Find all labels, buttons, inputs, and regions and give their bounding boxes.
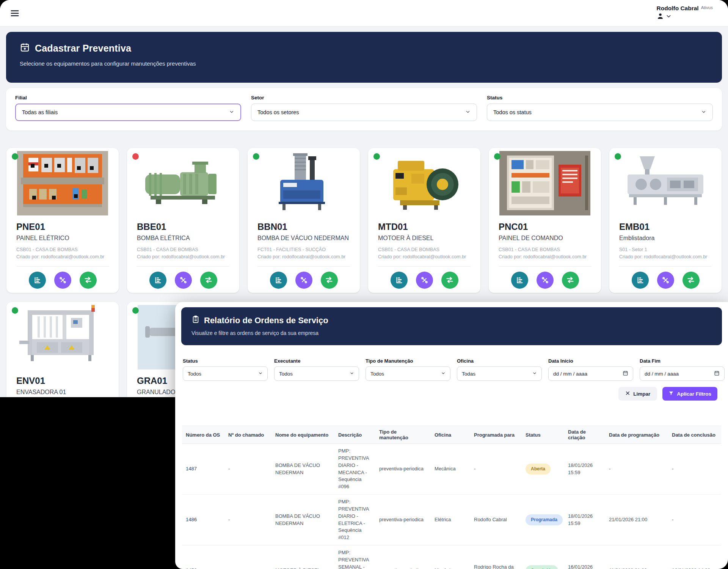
calendar-icon	[623, 370, 628, 377]
equipment-name: BOMBA ELÉTRICA	[137, 235, 229, 242]
table-row: 1487 - BOMBA DE VÁCUO NEDERMAN PMP: PREV…	[182, 444, 721, 495]
status-badge: Aberta	[526, 464, 551, 475]
calendar-plus-icon	[20, 42, 30, 55]
maintenance-tools-button[interactable]	[295, 272, 312, 289]
transfer-button[interactable]	[441, 272, 458, 289]
divider	[257, 266, 350, 267]
equipment-card-pnc01[interactable]: PNC01 PAINEL DE COMANDO CSB01 - CASA DE …	[489, 148, 601, 293]
divider	[499, 266, 591, 267]
transfer-button[interactable]	[80, 272, 97, 289]
equipment-meta: S01 - Setor 1Criado por: rodolfocabral@o…	[619, 246, 712, 261]
maintenance-tools-button[interactable]	[537, 272, 554, 289]
service-orders-report-panel: Relatório de Ordens de Serviço Visualize…	[175, 302, 728, 569]
status-dot	[615, 153, 621, 160]
equipment-photo	[257, 151, 350, 215]
user-menu[interactable]: Rodolfo Cabral Ativus	[657, 5, 713, 21]
equipment-code: PNE01	[16, 222, 109, 232]
hamburger-menu-icon[interactable]	[10, 8, 20, 18]
equipment-card-mtd01[interactable]: MTD01 MOTOER À DIESEL CSB01 - CASA DE BO…	[368, 148, 480, 293]
chevron-down-icon[interactable]	[665, 13, 672, 21]
apply-filters-button[interactable]: Aplicar Filtros	[662, 387, 717, 401]
equipment-code: EMB01	[619, 222, 712, 232]
report-data-fim-label: Data Fim	[640, 358, 725, 364]
report-subtitle: Visualize e filtre as ordens de serviço …	[191, 330, 712, 336]
clipboard-icon	[191, 315, 200, 326]
report-data-fim-input[interactable]: dd / mm / aaaa	[640, 366, 725, 381]
clear-filters-button[interactable]: Limpar	[618, 387, 657, 401]
topbar: Rodolfo Cabral Ativus	[0, 0, 728, 27]
equipment-name: PAINEL DE COMANDO	[499, 235, 591, 242]
equipment-photo	[499, 151, 591, 215]
calendar-icon	[714, 370, 720, 377]
analytics-button[interactable]	[632, 272, 649, 289]
status-dot	[12, 153, 18, 160]
transfer-button[interactable]	[200, 272, 217, 289]
chevron-down-icon	[229, 109, 234, 116]
analytics-button[interactable]	[391, 272, 408, 289]
equipment-code: BBE01	[137, 222, 229, 232]
status-label: Status	[487, 95, 713, 101]
close-icon	[625, 391, 630, 397]
equipment-card-env01[interactable]: ENV01 ENVASADORA 01	[6, 302, 119, 397]
status-select[interactable]: Todos os status	[487, 104, 713, 121]
equipment-card-bbn01[interactable]: BBN01 BOMBA DE VÁCUO NEDERMAN FCT01 - FA…	[248, 148, 360, 293]
equipment-code: BBN01	[257, 222, 350, 232]
analytics-button[interactable]	[270, 272, 287, 289]
report-executante-label: Executante	[274, 358, 359, 364]
report-data-inicio-label: Data Início	[548, 358, 633, 364]
equipment-card-emb01[interactable]: EMB01 Emblistadora S01 - Setor 1Criado p…	[609, 148, 722, 293]
maintenance-tools-button[interactable]	[175, 272, 192, 289]
report-executante-select[interactable]: Todos	[274, 366, 359, 381]
status-badge: Concluída	[526, 565, 558, 569]
report-data-inicio-input[interactable]: dd / mm / aaaa	[548, 366, 633, 381]
report-tipo-label: Tipo de Manutenção	[366, 358, 450, 364]
divider	[619, 266, 712, 267]
funnel-icon	[668, 391, 674, 397]
report-status-select[interactable]: Todos	[183, 366, 268, 381]
analytics-button[interactable]	[149, 272, 166, 289]
equipment-name: BOMBA DE VÁCUO NEDERMAN	[257, 235, 350, 242]
equipment-meta: CSB01 - CASA DE BOMBASCriado por: rodolf…	[137, 246, 229, 261]
user-name: Rodolfo Cabral	[657, 5, 699, 12]
equipment-card-pne01[interactable]: PNE01 PAINEL ELÉTRICO CSB01 - CASA DE BO…	[6, 148, 119, 293]
report-tipo-select[interactable]: Todos	[366, 366, 450, 381]
table-row: 1486 - BOMBA DE VÁCUO NEDERMAN PMP: PREV…	[182, 495, 721, 545]
equipment-photo	[619, 151, 712, 215]
status-dot	[373, 153, 380, 160]
equipment-photo	[378, 151, 471, 215]
report-actions: Limpar Aplicar Filtros	[618, 387, 717, 401]
maintenance-tools-button[interactable]	[657, 272, 674, 289]
filial-label: Filial	[15, 95, 241, 101]
divider	[378, 266, 471, 267]
equipment-code: PNC01	[499, 222, 591, 232]
filial-select[interactable]: Todas as filiais	[15, 104, 241, 121]
maintenance-tools-button[interactable]	[54, 272, 71, 289]
transfer-button[interactable]	[562, 272, 579, 289]
analytics-button[interactable]	[29, 272, 46, 289]
equipment-name: PAINEL ELÉTRICO	[16, 235, 109, 242]
transfer-button[interactable]	[682, 272, 700, 289]
chevron-down-icon	[532, 371, 537, 377]
user-icon	[657, 13, 664, 21]
report-oficina-label: Oficina	[457, 358, 542, 364]
report-oficina-select[interactable]: Todas	[457, 366, 542, 381]
preventiva-header: Cadastrar Preventiva Selecione os equipa…	[6, 32, 722, 83]
page-subtitle: Selecione os equipamentos para configura…	[20, 60, 708, 67]
report-filterbar: Status Todos Executante Todos Tipo de Ma…	[183, 358, 725, 381]
equipment-meta: FCT01 - FACILITIES - SUCÇÃOCriado por: r…	[257, 246, 350, 261]
analytics-button[interactable]	[511, 272, 528, 289]
setor-select[interactable]: Todos os setores	[251, 104, 477, 121]
transfer-button[interactable]	[321, 272, 338, 289]
chevron-down-icon	[258, 371, 263, 377]
brand-label: Ativus	[701, 5, 713, 10]
equipment-card-bbe01[interactable]: BBE01 BOMBA ELÉTRICA CSB01 - CASA DE BOM…	[127, 148, 239, 293]
equipment-meta: CSB01 - CASA DE BOMBASCriado por: rodolf…	[499, 246, 591, 261]
maintenance-tools-button[interactable]	[416, 272, 433, 289]
status-badge: Programada	[526, 514, 563, 525]
equipment-photo	[16, 151, 109, 215]
chevron-down-icon	[441, 371, 446, 377]
chevron-down-icon	[701, 109, 706, 116]
equipment-photo	[16, 305, 109, 369]
status-dot	[12, 307, 18, 314]
equipment-name: MOTOER À DIESEL	[378, 235, 471, 242]
